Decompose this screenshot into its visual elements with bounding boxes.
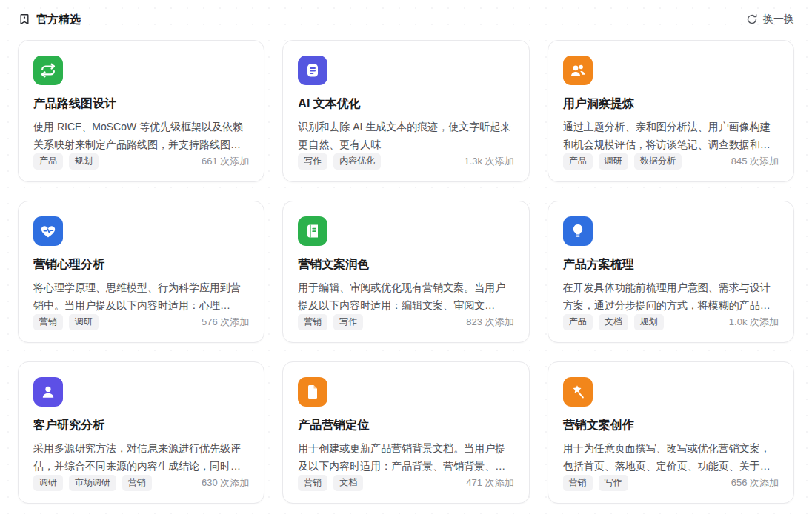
book-icon [298,216,327,246]
tag: 写作 [599,475,628,491]
card-title: 用户洞察提炼 [563,96,779,111]
tag: 营销 [298,314,327,330]
card-footer: 营销 调研 576 次添加 [33,314,249,330]
prompt-card-customer-research[interactable]: 客户研究分析 采用多源研究方法，对信息来源进行优先级评估，并综合不同来源的内容生… [18,361,264,504]
prompt-card-marketing-psychology[interactable]: 营销心理分析 将心理学原理、思维模型、行为科学应用到营销中。当用户提及以下内容时… [18,201,264,343]
card-description: 用于为任意页面撰写、改写或优化营销文案，包括首页、落地页、定价页、功能页、关于页… [563,439,779,475]
add-count: 1.0k 次添加 [729,316,779,329]
card-description: 用于创建或更新产品营销背景文档。当用户提及以下内容时适用：产品背景、营销背景、设… [298,439,513,475]
card-title: 产品路线图设计 [33,96,249,111]
card-footer: 调研 市场调研 营销 630 次添加 [33,475,249,491]
featured-section: 官方精选 换一换 产品路线图设计 使用 [0,0,812,504]
card-title: 营销文案润色 [298,257,513,272]
note-icon [298,56,327,85]
card-title: 产品方案梳理 [563,257,779,272]
tag: 营销 [33,314,63,330]
card-footer: 产品 调研 数据分析 845 次添加 [563,153,779,170]
section-title: 官方精选 [36,13,81,27]
add-count: 661 次添加 [202,155,249,168]
refresh-label: 换一换 [763,13,794,26]
tag: 市场调研 [69,475,116,491]
card-description: 用于编辑、审阅或优化现有营销文案。当用户提及以下内容时适用：编辑文案、审阅文案、… [298,279,513,314]
prompt-card-ai-text-polish[interactable]: AI 文本优化 识别和去除 AI 生成文本的痕迹，使文字听起来更自然、更有人味 … [282,40,529,182]
tag-list: 产品 文档 规划 [563,314,664,330]
card-footer: 写作 内容优化 1.3k 次添加 [298,153,513,170]
heart-pulse-icon [33,216,63,246]
card-title: AI 文本优化 [298,96,513,111]
tag: 营销 [122,475,152,491]
card-description: 采用多源研究方法，对信息来源进行优先级评估，并综合不同来源的内容生成结论，同时提… [33,439,249,475]
card-title: 产品营销定位 [298,418,513,433]
prompt-card-marketing-positioning[interactable]: 产品营销定位 用于创建或更新产品营销背景文档。当用户提及以下内容时适用：产品背景… [282,361,529,504]
magic-wand-icon [563,377,593,407]
tag-list: 写作 内容优化 [298,153,381,170]
tag: 规划 [69,153,99,170]
tag: 产品 [563,153,593,170]
tag-list: 营销 写作 [563,475,628,491]
prompt-card-copy-polish[interactable]: 营销文案润色 用于编辑、审阅或优化现有营销文案。当用户提及以下内容时适用：编辑文… [282,201,529,343]
card-footer: 营销 文档 471 次添加 [298,475,513,491]
card-grid: 产品路线图设计 使用 RICE、MoSCoW 等优先级框架以及依赖关系映射来制定… [18,40,794,504]
card-description: 将心理学原理、思维模型、行为科学应用到营销中。当用户提及以下内容时适用：心理学、… [33,279,249,314]
add-count: 1.3k 次添加 [464,155,513,168]
card-description: 识别和去除 AI 生成文本的痕迹，使文字听起来更自然、更有人味 [298,118,513,153]
tag: 写作 [298,153,327,170]
tag: 文档 [599,314,628,330]
tag-list: 营销 写作 [298,314,363,330]
card-title: 客户研究分析 [33,418,249,433]
tag: 调研 [33,475,63,491]
tag-list: 调研 市场调研 营销 [33,475,152,491]
section-header: 官方精选 换一换 [18,11,794,27]
tag: 文档 [333,475,363,491]
card-footer: 营销 写作 656 次添加 [563,475,779,491]
prompt-card-product-roadmap[interactable]: 产品路线图设计 使用 RICE、MoSCoW 等优先级框架以及依赖关系映射来制定… [18,40,264,182]
add-count: 471 次添加 [466,476,513,490]
tag: 产品 [563,314,593,330]
card-title: 营销心理分析 [33,257,249,272]
section-title-group: 官方精选 [18,13,81,27]
add-count: 630 次添加 [202,476,249,490]
tag: 营销 [298,475,327,491]
card-footer: 产品 文档 规划 1.0k 次添加 [563,314,779,330]
tag-list: 营销 调研 [33,314,99,330]
tag: 营销 [563,475,593,491]
tag: 数据分析 [634,153,682,170]
card-footer: 产品 规划 661 次添加 [33,153,249,170]
prompt-card-user-insight[interactable]: 用户洞察提炼 通过主题分析、亲和图分析法、用户画像构建和机会规模评估，将访谈笔记… [548,40,794,182]
file-icon [298,377,327,407]
tag: 写作 [333,314,363,330]
refresh-icon [745,13,759,26]
add-count: 576 次添加 [202,316,249,329]
card-description: 通过主题分析、亲和图分析法、用户画像构建和机会规模评估，将访谈笔记、调查数据和客… [563,118,779,153]
user-icon [33,377,63,407]
prompt-card-product-plan[interactable]: 产品方案梳理 在开发具体功能前梳理用户意图、需求与设计方案，通过分步提问的方式，… [548,201,794,343]
tag: 产品 [33,153,63,170]
add-count: 823 次添加 [466,316,513,329]
add-count: 656 次添加 [731,476,779,490]
users-icon [563,56,593,85]
lightbulb-icon [563,216,593,246]
tag-list: 产品 规划 [33,153,99,170]
bookmark-icon [18,13,31,26]
tag: 调研 [69,314,99,330]
add-count: 845 次添加 [731,155,779,168]
prompt-card-copywriting[interactable]: 营销文案创作 用于为任意页面撰写、改写或优化营销文案，包括首页、落地页、定价页、… [548,361,794,504]
tag-list: 营销 文档 [298,475,363,491]
card-description: 使用 RICE、MoSCoW 等优先级框架以及依赖关系映射来制定产品路线图，并支… [33,118,249,153]
refresh-button[interactable]: 换一换 [745,13,794,26]
repeat-icon [33,56,63,85]
tag: 内容优化 [333,153,381,170]
card-title: 营销文案创作 [563,418,779,433]
card-description: 在开发具体功能前梳理用户意图、需求与设计方案，通过分步提问的方式，将模糊的产品需… [563,279,779,314]
tag: 规划 [634,314,664,330]
tag: 调研 [599,153,628,170]
tag-list: 产品 调研 数据分析 [563,153,682,170]
card-footer: 营销 写作 823 次添加 [298,314,513,330]
